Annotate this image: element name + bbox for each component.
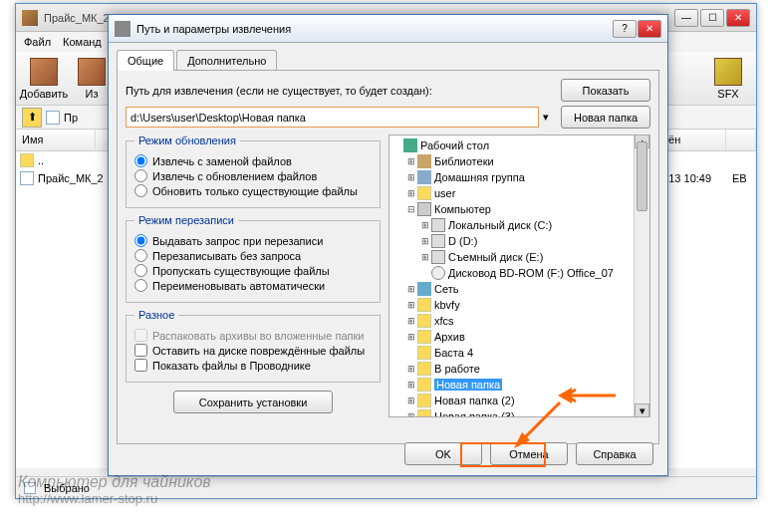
cancel-button[interactable]: Отмена [490, 442, 568, 465]
tab-general[interactable]: Общие [117, 50, 174, 71]
radio-extract-replace[interactable]: Извлечь с заменой файлов [134, 154, 372, 167]
dialog-titlebar[interactable]: Путь и параметры извлечения ? ✕ [109, 15, 667, 43]
node-network[interactable]: ⊞Сеть [391, 281, 632, 297]
node-kbvfy[interactable]: ⊞kbvfy [391, 297, 632, 313]
dialog-title: Путь и параметры извлечения [136, 23, 291, 35]
check-keep-broken[interactable]: Оставить на диске повреждённые файлы [134, 344, 372, 357]
ok-button[interactable]: OK [404, 442, 482, 465]
doc-icon [20, 171, 34, 185]
node-archive[interactable]: ⊞Архив [391, 329, 632, 345]
misc-group: Разное Распаковать архивы во вложенные п… [126, 309, 381, 383]
dialog-close-button[interactable]: ✕ [638, 20, 661, 38]
node-work[interactable]: ⊞В работе [391, 361, 632, 377]
user-icon [417, 186, 431, 200]
radio-skip[interactable]: Пропускать существующие файлы [134, 264, 372, 277]
tabs: Общие Дополнительно [109, 43, 667, 70]
help-button[interactable]: Справка [576, 442, 653, 465]
radio-extract-update[interactable]: Извлечь с обновлением файлов [134, 169, 372, 182]
sfx-icon [714, 58, 742, 86]
node-libraries[interactable]: ⊞Библиотеки [391, 153, 632, 169]
close-button[interactable]: ✕ [726, 9, 750, 27]
node-bdrom[interactable]: Дисковод BD-ROM (F:) Office_07 [391, 265, 632, 281]
node-desktop[interactable]: Рабочий стол [391, 137, 632, 153]
folder-icon [417, 298, 431, 312]
tab-panel: Путь для извлечения (если не существует,… [117, 70, 659, 444]
toolbar-sfx[interactable]: SFX [706, 56, 750, 101]
homegroup-icon [417, 170, 431, 184]
network-icon [417, 282, 431, 296]
folder-icon [417, 362, 431, 376]
path-text: Пр [64, 112, 78, 124]
folder-icon [417, 314, 431, 328]
menu-file[interactable]: Файл [24, 36, 51, 48]
node-homegroup[interactable]: ⊞Домашняя группа [391, 169, 632, 185]
node-xfcs[interactable]: ⊞xfcs [391, 313, 632, 329]
node-newfolder2[interactable]: ⊞Новая папка (2) [391, 393, 632, 408]
archive-icon [22, 10, 38, 26]
folder-icon [20, 153, 34, 167]
new-folder-button[interactable]: Новая папка [561, 106, 650, 129]
toolbar-add[interactable]: Добавить [22, 56, 66, 101]
tab-advanced[interactable]: Дополнительно [176, 50, 277, 71]
dialog-help-button[interactable]: ? [613, 20, 637, 38]
overwrite-group: Режим перезаписи Выдавать запрос при пер… [126, 214, 381, 303]
disk-icon [431, 218, 445, 232]
folder-icon [417, 330, 431, 344]
disk-icon [431, 234, 445, 248]
desktop-icon [403, 138, 417, 152]
check-subfolders: Распаковать архивы во вложенные папки [134, 329, 372, 342]
watermark: Компьютер для чайников http://www.lamer-… [18, 473, 211, 506]
scroll-down-arrow[interactable]: ▾ [635, 403, 649, 417]
node-disk-c[interactable]: ⊞Локальный диск (C:) [391, 217, 632, 233]
maximize-button[interactable]: ☐ [700, 9, 724, 27]
tree-scrollbar[interactable]: ▴ ▾ [634, 135, 649, 416]
add-icon [30, 58, 58, 86]
radio-rename[interactable]: Переименовывать автоматически [134, 279, 372, 292]
node-newfolder[interactable]: ⊞Новая папка [391, 377, 632, 393]
radio-ask[interactable]: Выдавать запрос при перезаписи [134, 234, 372, 247]
col-name[interactable]: Имя [16, 130, 96, 150]
path-dropdown-arrow[interactable]: ▾ [539, 111, 553, 124]
show-button[interactable]: Показать [561, 79, 650, 102]
node-basta[interactable]: Баста 4 [391, 345, 632, 361]
disk-icon [431, 250, 445, 264]
check-show-explorer[interactable]: Показать файлы в Проводнике [134, 359, 372, 372]
extract-icon [78, 58, 106, 86]
node-user[interactable]: ⊞user [391, 185, 632, 201]
dialog-icon [115, 21, 130, 37]
archive-small-icon [46, 111, 60, 125]
up-button[interactable]: ⬆ [22, 108, 42, 128]
node-newfolder3[interactable]: ⊞Новая папка (3) [391, 408, 632, 416]
folder-icon [417, 346, 431, 360]
folder-icon [417, 394, 431, 407]
minimize-button[interactable]: — [674, 9, 698, 27]
computer-icon [417, 202, 431, 216]
folder-icon [417, 378, 431, 392]
radio-freshen[interactable]: Обновить только существующие файлы [134, 184, 372, 197]
update-mode-group: Режим обновления Извлечь с заменой файло… [126, 134, 381, 208]
folder-tree[interactable]: Рабочий стол ⊞Библиотеки ⊞Домашняя групп… [388, 134, 650, 417]
save-settings-button[interactable]: Сохранить установки [173, 391, 333, 413]
folder-icon [417, 409, 431, 416]
node-disk-e[interactable]: ⊞Съемный диск (E:) [391, 249, 632, 265]
node-disk-d[interactable]: ⊞D (D:) [391, 233, 632, 249]
path-input[interactable] [126, 107, 539, 128]
radio-overwrite[interactable]: Перезаписывать без запроса [134, 249, 372, 262]
node-computer[interactable]: ⊟Компьютер [391, 201, 632, 217]
extract-dialog: Путь и параметры извлечения ? ✕ Общие До… [108, 14, 668, 476]
menu-commands[interactable]: Команд [63, 36, 102, 48]
scroll-thumb[interactable] [637, 141, 647, 211]
cd-icon [431, 266, 445, 280]
path-label: Путь для извлечения (если не существует,… [126, 85, 553, 97]
library-icon [417, 154, 431, 168]
dialog-buttons: OK Отмена Справка [404, 442, 653, 465]
